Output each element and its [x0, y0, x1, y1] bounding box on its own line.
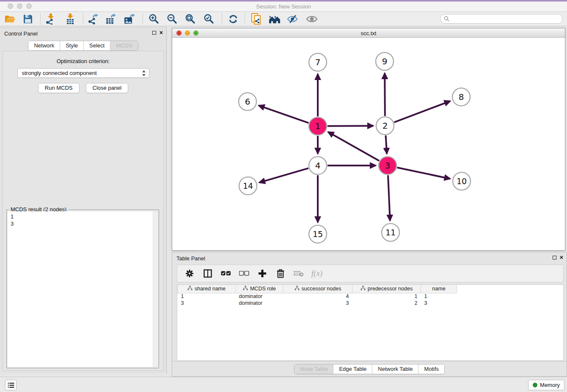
export-network-icon[interactable] — [86, 13, 100, 25]
edge-4-14[interactable] — [259, 168, 308, 182]
zoom-out-icon[interactable] — [165, 13, 179, 25]
close-panel-button[interactable]: Close panel — [86, 83, 129, 93]
main-toolbar — [0, 12, 567, 26]
export-image-icon[interactable] — [123, 13, 136, 25]
memory-label: Memory — [540, 382, 560, 388]
deselect-all-columns-icon[interactable] — [239, 268, 249, 279]
tab-edge-table[interactable]: Edge Table — [333, 364, 372, 374]
zoom-in-icon[interactable] — [147, 13, 161, 25]
column-header-successor-nodes[interactable]: successor nodes — [284, 285, 352, 293]
window-titlebar: Session: New Session — [0, 0, 567, 12]
toolbar-separator — [143, 14, 143, 25]
column-type-icon — [243, 286, 248, 292]
search-field[interactable] — [440, 14, 563, 24]
table-cell[interactable]: 1 — [421, 293, 457, 300]
node-label-3: 3 — [385, 160, 391, 171]
network-canvas[interactable]: 7968124314101511 — [172, 38, 565, 250]
edge-3-11[interactable] — [388, 175, 390, 221]
tab-network[interactable]: Network — [28, 41, 60, 50]
tab-motifs[interactable]: Motifs — [418, 364, 444, 374]
optimization-criterion-dropdown[interactable]: strongly connected component — [17, 68, 149, 78]
task-history-button[interactable] — [5, 380, 17, 390]
node-label-8: 8 — [459, 92, 464, 102]
select-all-columns-icon[interactable] — [221, 268, 231, 279]
open-session-icon[interactable] — [3, 13, 17, 25]
table-row[interactable]: 1dominator411 — [178, 293, 457, 300]
first-neighbors-icon[interactable] — [268, 13, 281, 25]
toolbar-separator — [222, 14, 222, 25]
dropdown-selected-value: strongly connected component — [22, 70, 97, 76]
apply-layout-icon[interactable] — [226, 13, 240, 25]
table-cell[interactable]: 4 — [284, 293, 352, 300]
delete-column-trash-icon[interactable] — [275, 268, 286, 279]
column-header-name[interactable]: name — [421, 285, 457, 293]
column-header-shared-name[interactable]: shared name — [178, 285, 236, 293]
tab-node-table[interactable]: Node Table — [295, 364, 334, 374]
table-cell[interactable]: 3 — [178, 300, 236, 306]
close-panel-icon[interactable]: × — [160, 30, 163, 35]
table-settings-gear-icon[interactable] — [184, 268, 195, 279]
mcds-result-list[interactable]: 1 3 — [8, 211, 158, 367]
edge-3-1[interactable] — [328, 132, 379, 161]
table-cell[interactable]: 3 — [284, 300, 352, 306]
edge-3-10[interactable] — [397, 168, 450, 179]
float-panel-icon[interactable] — [152, 31, 156, 35]
window-top-accent — [0, 0, 567, 2]
result-scrollbar[interactable] — [153, 211, 158, 367]
node-label-15: 15 — [313, 229, 323, 239]
import-table-icon[interactable] — [63, 13, 77, 25]
tab-style[interactable]: Style — [60, 41, 84, 50]
edge-1-6[interactable] — [259, 105, 308, 123]
function-builder-icon[interactable]: f(x) — [312, 268, 322, 279]
table-cell[interactable]: 3 — [421, 300, 457, 306]
zoom-selected-icon[interactable] — [202, 13, 216, 25]
node-label-9: 9 — [382, 56, 388, 66]
toolbar-separator — [40, 14, 41, 25]
delete-table-icon[interactable] — [294, 268, 304, 279]
tab-select[interactable]: Select — [84, 41, 110, 50]
import-network-icon[interactable] — [44, 13, 58, 25]
edge-2-3[interactable] — [385, 135, 387, 154]
run-mcds-button[interactable]: Run MCDS — [38, 83, 80, 93]
column-header-predecessor-nodes[interactable]: predecessor nodes — [352, 285, 421, 293]
table-panel-title: Table Panel — [176, 255, 205, 262]
split-columns-icon[interactable] — [203, 268, 213, 279]
edge-2-9[interactable] — [385, 73, 385, 116]
column-type-icon — [295, 286, 300, 292]
float-table-panel-icon[interactable] — [553, 256, 556, 259]
table-cell[interactable]: 2 — [352, 300, 421, 306]
network-window-title: scc.txt — [172, 30, 565, 36]
zoom-fit-icon[interactable] — [184, 13, 197, 25]
search-input[interactable] — [451, 15, 562, 23]
table-cell[interactable]: dominator — [236, 300, 284, 306]
column-type-icon — [187, 286, 193, 292]
table-cell[interactable]: dominator — [236, 293, 284, 300]
network-window-titlebar[interactable]: × − + scc.txt — [172, 28, 565, 38]
table-panel-tabs: Node TableEdge TableNetwork TableMotifs — [294, 364, 445, 374]
show-all-icon[interactable] — [305, 13, 319, 25]
table-toolbar: f(x) — [177, 265, 564, 282]
new-network-from-selection-icon[interactable] — [250, 13, 263, 25]
table-cell[interactable]: 1 — [178, 293, 236, 300]
node-label-14: 14 — [243, 181, 253, 190]
table-row[interactable]: 3dominator323 — [178, 300, 457, 306]
edge-1-2[interactable] — [328, 126, 373, 126]
node-label-6: 6 — [245, 97, 250, 107]
network-view-window: × − + scc.txt 7968124314101511 — [172, 28, 565, 251]
add-column-icon[interactable] — [257, 268, 267, 279]
node-label-7: 7 — [315, 57, 321, 67]
control-panel-tabs: NetworkStyleSelectMCDS — [28, 41, 138, 51]
export-table-icon[interactable] — [104, 13, 118, 25]
close-table-panel-icon[interactable]: × — [560, 255, 563, 260]
column-header-MCDS-role[interactable]: MCDS role — [236, 285, 284, 293]
tab-network-table[interactable]: Network Table — [372, 364, 418, 374]
tab-mcds[interactable]: MCDS — [110, 41, 138, 50]
control-panel-title: Control Panel — [4, 30, 38, 37]
memory-button[interactable]: Memory — [528, 380, 564, 390]
edge-2-8[interactable] — [394, 101, 450, 122]
save-session-icon[interactable] — [21, 13, 35, 25]
node-label-2: 2 — [383, 121, 388, 131]
search-icon — [444, 16, 449, 22]
table-cell[interactable]: 1 — [352, 293, 421, 300]
hide-selected-icon[interactable] — [286, 13, 300, 25]
